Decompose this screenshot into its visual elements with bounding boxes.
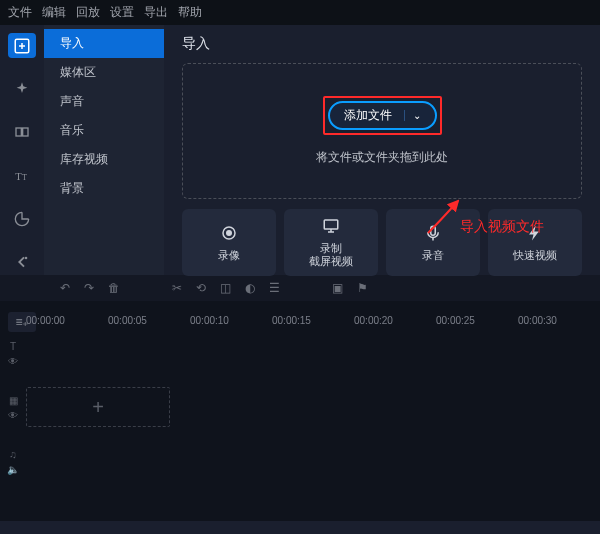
more-tools-icon[interactable] [8, 250, 36, 275]
mic-icon [424, 224, 442, 245]
menu-playback[interactable]: 回放 [76, 4, 100, 21]
track-heads: T👁 ▦👁 ♫🔈 [0, 309, 26, 521]
crop-icon[interactable]: ◫ [220, 281, 231, 295]
export-frame-icon[interactable]: ▣ [332, 281, 343, 295]
chevron-down-icon[interactable]: ⌄ [404, 110, 421, 121]
svg-rect-13 [431, 226, 436, 235]
drop-hint: 将文件或文件夹拖到此处 [316, 149, 448, 166]
transitions-tool-icon[interactable] [8, 120, 36, 145]
tick: 00:00:20 [354, 315, 436, 326]
import-tool-icon[interactable] [8, 33, 36, 58]
svg-text:T: T [22, 173, 27, 182]
add-file-highlight: 添加文件 ⌄ [323, 96, 442, 135]
screen-capture-label: 录制 截屏视频 [309, 242, 353, 268]
menu-export[interactable]: 导出 [144, 4, 168, 21]
camera-icon [220, 224, 238, 245]
record-audio-label: 录音 [422, 249, 444, 262]
eye-icon[interactable]: 👁 [8, 356, 18, 367]
content-panel: 导入 添加文件 ⌄ 将文件或文件夹拖到此处 导入视频文件 录像 录制 截屏视频 [164, 25, 600, 275]
record-video-button[interactable]: 录像 [182, 209, 276, 276]
monitor-icon [322, 217, 340, 238]
sidemenu-import[interactable]: 导入 [44, 29, 164, 58]
svg-rect-10 [324, 220, 338, 229]
svg-rect-3 [16, 128, 21, 136]
add-file-label: 添加文件 [344, 107, 392, 124]
quick-video-label: 快速视频 [513, 249, 557, 262]
cut-icon[interactable]: ✂ [172, 281, 182, 295]
tick: 00:00:05 [108, 315, 190, 326]
video-track-head[interactable]: ▦👁 [8, 395, 18, 421]
marker-icon[interactable]: ⚑ [357, 281, 368, 295]
bolt-icon [526, 224, 544, 245]
action-row: 录像 录制 截屏视频 录音 快速视频 [182, 209, 582, 276]
undo-icon[interactable]: ↶ [60, 281, 70, 295]
tick: 00:00:00 [26, 315, 108, 326]
menu-settings[interactable]: 设置 [110, 4, 134, 21]
text-track-head[interactable]: T👁 [8, 341, 18, 367]
sidemenu-background[interactable]: 背景 [44, 174, 164, 203]
menu-edit[interactable]: 编辑 [42, 4, 66, 21]
adjust-icon[interactable]: ☰ [269, 281, 280, 295]
titles-tool-icon[interactable]: TT [8, 163, 36, 188]
speaker-icon[interactable]: 🔈 [7, 464, 19, 475]
record-audio-button[interactable]: 录音 [386, 209, 480, 276]
tick: 00:00:30 [518, 315, 600, 326]
tick: 00:00:10 [190, 315, 272, 326]
rotate-icon[interactable]: ⟲ [196, 281, 206, 295]
tick: 00:00:15 [272, 315, 354, 326]
side-menu: 导入 媒体区 声音 音乐 库存视频 背景 [44, 25, 164, 275]
track-body: 00:00:00 00:00:05 00:00:10 00:00:15 00:0… [26, 309, 600, 521]
eye-icon[interactable]: 👁 [8, 410, 18, 421]
video-track[interactable]: + [26, 387, 170, 427]
quick-video-button[interactable]: 快速视频 [488, 209, 582, 276]
content-title: 导入 [182, 35, 582, 53]
svg-text:T: T [15, 171, 22, 182]
sidemenu-sound[interactable]: 声音 [44, 87, 164, 116]
drop-zone[interactable]: 添加文件 ⌄ 将文件或文件夹拖到此处 [182, 63, 582, 199]
audio-track-icon: ♫ [9, 449, 17, 460]
sidemenu-music[interactable]: 音乐 [44, 116, 164, 145]
record-video-label: 录像 [218, 249, 240, 262]
svg-point-9 [227, 230, 232, 235]
svg-point-7 [25, 257, 28, 260]
add-file-button[interactable]: 添加文件 ⌄ [328, 101, 437, 130]
menu-help[interactable]: 帮助 [178, 4, 202, 21]
sidemenu-stock[interactable]: 库存视频 [44, 145, 164, 174]
main-area: TT 导入 媒体区 声音 音乐 库存视频 背景 导入 添加文件 ⌄ 将文件或文件… [0, 25, 600, 275]
timeline: T👁 ▦👁 ♫🔈 00:00:00 00:00:05 00:00:10 00:0… [0, 301, 600, 521]
left-toolbar: TT [0, 25, 44, 275]
delete-icon[interactable]: 🗑 [108, 281, 120, 295]
redo-icon[interactable]: ↷ [84, 281, 94, 295]
video-track-icon: ▦ [9, 395, 18, 406]
time-ruler[interactable]: 00:00:00 00:00:05 00:00:10 00:00:15 00:0… [26, 309, 600, 331]
sidemenu-media[interactable]: 媒体区 [44, 58, 164, 87]
text-track[interactable] [26, 339, 170, 379]
audio-track[interactable] [26, 435, 170, 475]
timeline-toolbar: ↶ ↷ 🗑 ✂ ⟲ ◫ ◐ ☰ ▣ ⚑ [0, 275, 600, 301]
svg-rect-4 [23, 128, 28, 136]
audio-track-head[interactable]: ♫🔈 [7, 449, 19, 475]
stickers-tool-icon[interactable] [8, 206, 36, 231]
menu-file[interactable]: 文件 [8, 4, 32, 21]
color-icon[interactable]: ◐ [245, 281, 255, 295]
menubar: 文件 编辑 回放 设置 导出 帮助 [0, 0, 600, 25]
filters-tool-icon[interactable] [8, 76, 36, 101]
text-track-icon: T [10, 341, 16, 352]
tick: 00:00:25 [436, 315, 518, 326]
screen-capture-button[interactable]: 录制 截屏视频 [284, 209, 378, 276]
